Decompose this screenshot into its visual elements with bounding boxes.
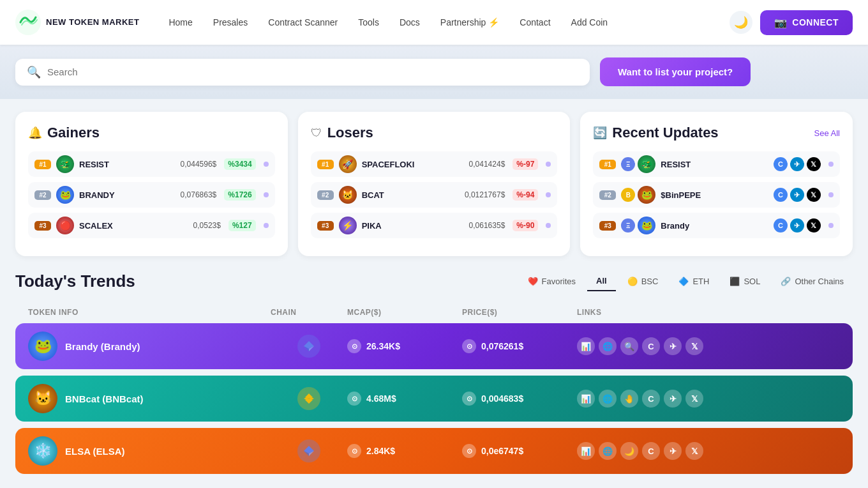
elsa-info: ❄️ ELSA (ELSA)	[28, 436, 271, 466]
loser-item-2[interactable]: #2 🐱 BCAT 0,0121767$ %-94	[311, 182, 558, 208]
brandy-link-tg[interactable]: ✈	[664, 337, 682, 355]
nav-add-coin[interactable]: Add Coin	[562, 12, 617, 33]
recent-item-1[interactable]: #1 Ξ 🐲 RESIST C ✈ 𝕏	[593, 151, 840, 177]
chrome-icon-1[interactable]: C	[774, 157, 788, 171]
elsa-name: ELSA (ELSA)	[65, 446, 125, 457]
recent-list: #1 Ξ 🐲 RESIST C ✈ 𝕏 #2	[593, 151, 840, 238]
x-icon-3[interactable]: 𝕏	[807, 218, 821, 233]
losers-title: Losers	[327, 125, 373, 141]
rank-dot-2	[264, 192, 269, 197]
loser-name-3: PIKA	[362, 221, 464, 231]
brandy-link-web[interactable]: 🌐	[599, 337, 617, 355]
gainer-name-2: BRANDY	[79, 190, 176, 200]
brandy-link-chart[interactable]: 📊	[577, 337, 595, 355]
loser-item-1[interactable]: #1 🚀 SPACEFLOKI 0,041424$ %-97	[311, 151, 558, 177]
elsa-link-tg[interactable]: ✈	[664, 442, 682, 460]
bnbcat-name: BNBcat (BNBcat)	[65, 393, 144, 404]
chrome-icon-3[interactable]: C	[774, 218, 788, 233]
telegram-icon-2[interactable]: ✈	[790, 188, 804, 202]
token-row-elsa: ❄️ ELSA (ELSA) ⊙ 2.84K$ ⊙ 0,0e6747$ 📊 🌐 …	[15, 428, 853, 474]
elsa-mcap-value: 2.84K$	[366, 446, 395, 456]
x-icon-2[interactable]: 𝕏	[807, 188, 821, 202]
elsa-link-web[interactable]: 🌐	[599, 442, 617, 460]
elsa-link-chrome[interactable]: C	[642, 442, 660, 460]
nav-contact[interactable]: Contact	[511, 12, 559, 33]
price-icon-2: ⊙	[462, 392, 476, 406]
bnbcat-mcap: ⊙ 4.68M$	[347, 392, 462, 406]
loser-change-2: %-94	[513, 189, 538, 201]
brandy-link-chrome[interactable]: C	[642, 337, 660, 355]
elsa-link-chart[interactable]: 📊	[577, 442, 595, 460]
brandy-avatar: 🐸	[56, 186, 74, 204]
mcap-icon-2: ⊙	[347, 392, 361, 406]
elsa-link-x[interactable]: 𝕏	[685, 442, 703, 460]
nav-contract-scanner[interactable]: Contract Scanner	[259, 12, 347, 33]
telegram-icon-3[interactable]: ✈	[790, 218, 804, 233]
filter-eth[interactable]: 🔷 ETH	[670, 272, 718, 291]
theme-toggle[interactable]: 🌙	[730, 11, 752, 34]
brandy-mcap-value: 26.34K$	[366, 341, 400, 351]
loser-price-2: 0,0121767$	[465, 190, 505, 199]
table-header: TOKEN INFO CHAIN MCAP($) PRICE($) LINKS	[15, 301, 853, 323]
gainer-item-3[interactable]: #3 🔴 SCALEX 0,0523$ %127	[28, 213, 275, 238]
spacefloki-avatar: 🚀	[339, 155, 357, 173]
bnbcat-link-tg[interactable]: ✈	[664, 390, 682, 408]
col-mcap: MCAP($)	[347, 308, 462, 317]
bnbcat-link-x[interactable]: 𝕏	[685, 390, 703, 408]
nav-tools[interactable]: Tools	[349, 12, 388, 33]
telegram-icon-1[interactable]: ✈	[790, 157, 804, 171]
search-input[interactable]	[47, 66, 578, 77]
trends-header: Today's Trends ❤️ Favorites All 🟡 BSC 🔷 …	[15, 271, 853, 291]
recent-dot-2	[828, 192, 834, 197]
brandy-link-scan[interactable]: 🔍	[620, 337, 638, 355]
bnbcat-link-hand[interactable]: 🤚	[620, 390, 638, 408]
bnbcat-link-chart[interactable]: 📊	[577, 390, 595, 408]
filter-favorites[interactable]: ❤️ Favorites	[519, 272, 585, 291]
gainer-name-3: SCALEX	[79, 221, 188, 231]
camera-icon: 📷	[774, 17, 788, 29]
filter-bsc[interactable]: 🟡 BSC	[618, 272, 668, 291]
token-row-bnbcat: 🐱 BNBcat (BNBcat) ⊙ 4.68M$ ⊙ 0,004683$ 📊…	[15, 376, 853, 422]
resist-avatar-recent: 🐲	[638, 155, 655, 173]
brandy-link-x[interactable]: 𝕏	[685, 337, 703, 355]
gainer-item-2[interactable]: #2 🐸 BRANDY 0,076863$ %1726	[28, 182, 275, 208]
cards-row: 🔔 Gainers #1 🐲 RESIST 0,044596$ %3434 #2…	[15, 112, 853, 256]
mcap-icon-1: ⊙	[347, 339, 361, 353]
nav-presales[interactable]: Presales	[204, 12, 257, 33]
filter-all-label: All	[596, 276, 607, 286]
nav-partnership[interactable]: Partnership ⚡	[431, 12, 508, 33]
filter-sol[interactable]: ⬛ SOL	[721, 272, 769, 291]
gainer-item-1[interactable]: #1 🐲 RESIST 0,044596$ %3434	[28, 151, 275, 177]
gainers-title: Gainers	[47, 125, 100, 141]
sol-icon: ⬛	[730, 277, 740, 286]
x-icon-1[interactable]: 𝕏	[807, 157, 821, 171]
moon-icon: 🌙	[734, 15, 748, 29]
elsa-link-moon[interactable]: 🌙	[620, 442, 638, 460]
loser-item-3[interactable]: #3 ⚡ PIKA 0,061635$ %-90	[311, 213, 558, 238]
brandy-chain	[271, 335, 347, 358]
token-row-brandy: 🐸 Brandy (Brandy) ⊙ 26.34K$ ⊙ 0,076261$ …	[15, 323, 853, 369]
eth-chain-bubble	[297, 335, 320, 358]
recent-name-2: $BinPEPE	[661, 190, 768, 200]
see-all-button[interactable]: See All	[814, 128, 840, 138]
elsa-price: ⊙ 0,0e6747$	[462, 444, 577, 458]
recent-name-1: RESIST	[661, 160, 768, 169]
search-box: 🔍	[15, 59, 590, 86]
list-project-button[interactable]: Want to list your project?	[600, 57, 751, 86]
binpepe-avatar: 🐸	[638, 186, 655, 204]
filter-all[interactable]: All	[587, 271, 616, 291]
nav-home[interactable]: Home	[160, 12, 201, 33]
logo[interactable]: NEW TOKEN MARKET	[15, 10, 139, 35]
loser-rank-3: #3	[317, 221, 334, 231]
bnbcat-link-web[interactable]: 🌐	[599, 390, 617, 408]
recent-item-3[interactable]: #3 Ξ 🐸 Brandy C ✈ 𝕏	[593, 213, 840, 238]
bnbcat-price-value: 0,004683$	[481, 393, 523, 404]
chrome-icon-2[interactable]: C	[774, 188, 788, 202]
recent-item-2[interactable]: #2 B 🐸 $BinPEPE C ✈ 𝕏	[593, 182, 840, 208]
elsa-price-value: 0,0e6747$	[481, 446, 523, 456]
loser-name-2: BCAT	[362, 190, 460, 200]
bnbcat-link-chrome[interactable]: C	[642, 390, 660, 408]
connect-button[interactable]: 📷 CONNECT	[760, 10, 853, 35]
nav-docs[interactable]: Docs	[391, 12, 429, 33]
filter-other-chains[interactable]: 🔗 Other Chains	[772, 272, 853, 291]
